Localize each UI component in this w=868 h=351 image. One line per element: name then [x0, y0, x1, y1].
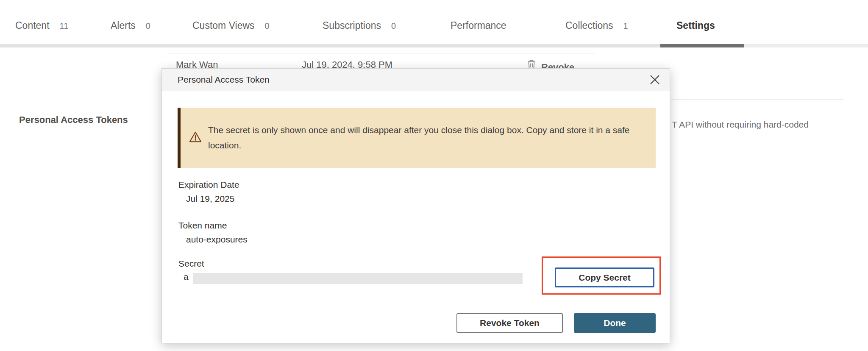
- personal-access-token-page: Content 11 Alerts 0 Custom Views 0 Subsc…: [0, 0, 868, 351]
- close-icon[interactable]: [649, 74, 660, 85]
- dialog-header: Personal Access Token: [162, 69, 670, 91]
- done-button[interactable]: Done: [574, 313, 656, 333]
- token-table-row: Mark Wan Jul 19, 2024, 9:58 PM Revoke: [0, 0, 868, 69]
- copy-secret-button[interactable]: Copy Secret: [555, 267, 654, 287]
- section-heading: Personal Access Tokens: [19, 114, 128, 125]
- revoke-token-button[interactable]: Revoke Token: [456, 313, 563, 333]
- token-name-value: auto-exposures: [186, 234, 248, 245]
- table-row-divider: [167, 53, 595, 53]
- token-created-timestamp: Jul 19, 2024, 9:58 PM: [302, 59, 392, 69]
- expiration-date-value: Jul 19, 2025: [186, 194, 234, 204]
- secret-warning-banner: The secret is only shown once and will d…: [178, 108, 656, 168]
- secret-value-prefix: a: [184, 272, 189, 282]
- warning-icon: [189, 131, 202, 145]
- secret-label: Secret: [178, 259, 204, 269]
- dialog-title: Personal Access Token: [178, 69, 270, 91]
- token-owner: Mark Wan: [176, 59, 218, 69]
- section-description-fragment: T API without requiring hard-coded: [672, 120, 809, 130]
- secret-redacted-bar: [193, 273, 523, 284]
- trash-icon[interactable]: [527, 59, 536, 69]
- personal-access-token-dialog: Personal Access Token The secret is only…: [161, 68, 670, 343]
- warning-text: The secret is only shown once and will d…: [208, 123, 632, 153]
- section-divider: [671, 99, 843, 100]
- expiration-date-label: Expiration Date: [178, 180, 239, 190]
- token-name-label: Token name: [178, 220, 227, 231]
